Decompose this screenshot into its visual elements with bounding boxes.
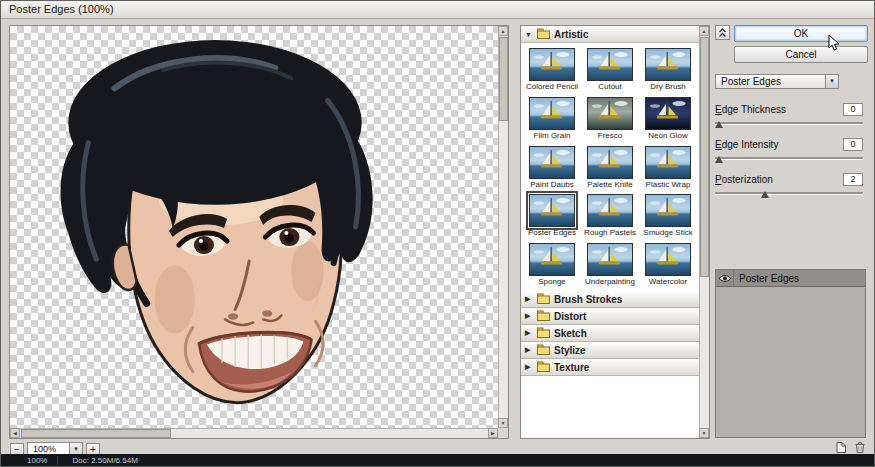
filter-thumbnail-image (645, 194, 691, 227)
filter-thumbnail-label: Palette Knife (587, 181, 632, 190)
filter-category-list: ▼ Artistic Colored Pencil (521, 26, 699, 438)
effect-layer-row[interactable]: Poster Edges (716, 270, 865, 287)
edge-intensity-value[interactable]: 0 (843, 138, 863, 151)
delete-effect-layer-icon[interactable] (854, 441, 866, 454)
edge-intensity-slider-row: Edge Intensity 0 (715, 138, 863, 164)
filter-category-header[interactable]: ▶ Distort (521, 308, 699, 325)
sailboat-graphic (646, 147, 690, 178)
filter-thumbnail-image (529, 194, 575, 227)
triangle-icon: ▶ (525, 329, 533, 337)
slider-thumb[interactable] (761, 191, 769, 198)
effect-layer-actions (834, 440, 866, 454)
sailboat-graphic (646, 98, 690, 129)
scroll-down-icon[interactable]: ▼ (699, 428, 709, 438)
status-doc-size: Doc: 2.50M/6.54M (72, 456, 137, 465)
filter-thumbnail[interactable]: Film Grain (523, 96, 581, 142)
chevron-down-icon[interactable]: ▼ (825, 75, 838, 88)
filter-thumbnail-label: Plastic Wrap (646, 181, 691, 190)
posterization-track[interactable] (715, 188, 863, 199)
filter-thumbnail-label: Paint Daubs (530, 181, 574, 190)
folder-icon (537, 327, 550, 340)
sailboat-graphic (588, 98, 632, 129)
filter-thumbnail[interactable]: Paint Daubs (523, 145, 581, 191)
filter-select[interactable]: Poster Edges ▼ (715, 74, 839, 89)
filter-thumbnail[interactable]: Cutout (581, 47, 639, 93)
slider-thumb[interactable] (715, 121, 723, 128)
filter-list-scrollbar[interactable]: ▲ ▼ (699, 26, 709, 438)
posterization-label: Posterization (715, 174, 773, 185)
filter-thumbnail[interactable]: Neon Glow (639, 96, 697, 142)
filter-thumbnail-label: Film Grain (534, 132, 571, 141)
filter-thumbnail[interactable]: Fresco (581, 96, 639, 142)
slider-thumb[interactable] (715, 156, 723, 163)
filter-thumbnail[interactable]: Rough Pastels (581, 193, 639, 239)
filter-browser-panel: ▼ Artistic Colored Pencil (520, 25, 710, 439)
filter-thumbnail[interactable]: Palette Knife (581, 145, 639, 191)
preview-face-image (22, 30, 404, 432)
edge-intensity-track[interactable] (715, 153, 863, 164)
scroll-up-icon[interactable]: ▲ (699, 26, 709, 36)
status-zoom: 100% (27, 456, 58, 465)
dialog-title: Poster Edges (100%) (9, 3, 114, 15)
filter-thumbnail-label: Underpainting (585, 278, 635, 287)
folder-icon (537, 293, 550, 306)
effect-layer-name: Poster Edges (734, 273, 799, 284)
scrollbar-thumb[interactable] (499, 37, 508, 121)
filter-thumbnail[interactable]: Poster Edges (523, 193, 581, 239)
sailboat-graphic (530, 244, 574, 275)
filter-thumbnail[interactable]: Colored Pencil (523, 47, 581, 93)
filter-category-header[interactable]: ▶ Sketch (521, 325, 699, 342)
triangle-icon: ▼ (525, 31, 533, 38)
filter-thumbnail-image (645, 243, 691, 276)
filter-thumbnail-image (645, 146, 691, 179)
preview-horizontal-scrollbar[interactable]: ◀ ▶ (10, 428, 498, 438)
sailboat-graphic (588, 49, 632, 80)
filter-thumbnail-image (587, 243, 633, 276)
filter-category-header[interactable]: ▶ Texture (521, 359, 699, 376)
double-chevron-up-icon (718, 27, 727, 38)
scrollbar-thumb[interactable] (21, 429, 171, 438)
edge-thickness-value[interactable]: 0 (843, 103, 863, 116)
scroll-up-icon[interactable]: ▲ (498, 26, 508, 36)
dialog-titlebar[interactable]: Poster Edges (100%) (1, 1, 874, 19)
collapse-panel-button[interactable] (715, 25, 730, 40)
filter-thumbnail-label: Rough Pastels (584, 229, 636, 238)
filter-thumbnail[interactable]: Sponge (523, 242, 581, 288)
filter-thumbnail-label: Cutout (598, 83, 622, 92)
scroll-left-icon[interactable]: ◀ (10, 428, 20, 438)
filter-thumbnail[interactable]: Dry Brush (639, 47, 697, 93)
filter-category-header[interactable]: ▶ Stylize (521, 342, 699, 359)
preview-vertical-scrollbar[interactable]: ▲ ▼ (498, 26, 508, 428)
scroll-right-icon[interactable]: ▶ (488, 428, 498, 438)
posterization-value[interactable]: 2 (843, 173, 863, 186)
filter-thumbnail[interactable]: Watercolor (639, 242, 697, 288)
filter-category-label: Sketch (554, 328, 587, 339)
filter-thumbnail-image (529, 146, 575, 179)
visibility-toggle[interactable] (716, 270, 734, 286)
scrollbar-corner (498, 428, 508, 438)
filter-category-header[interactable]: ▼ Artistic (521, 26, 699, 43)
filter-thumbnail-label: Smudge Stick (643, 229, 692, 238)
new-effect-layer-icon[interactable] (834, 441, 847, 454)
cancel-button[interactable]: Cancel (734, 46, 868, 63)
filter-thumbnail-image (645, 97, 691, 130)
folder-icon (537, 361, 550, 374)
edge-thickness-track[interactable] (715, 118, 863, 129)
scrollbar-thumb[interactable] (700, 37, 709, 277)
filter-thumbnail[interactable]: Underpainting (581, 242, 639, 288)
triangle-icon: ▶ (525, 363, 533, 371)
ok-button[interactable]: OK (734, 25, 868, 42)
triangle-icon: ▶ (525, 346, 533, 354)
sailboat-graphic (530, 98, 574, 129)
sailboat-graphic (646, 49, 690, 80)
preview-canvas[interactable]: ▲ ▼ ◀ ▶ (9, 25, 509, 439)
edge-thickness-slider-row: Edge Thickness 0 (715, 103, 863, 129)
scroll-down-icon[interactable]: ▼ (498, 418, 508, 428)
filter-category-header[interactable]: ▶ Brush Strokes (521, 291, 699, 308)
folder-icon (537, 344, 550, 357)
filter-thumbnail-label: Neon Glow (648, 132, 688, 141)
filter-thumbnail[interactable]: Smudge Stick (639, 193, 697, 239)
filter-thumbnail-label: Sponge (538, 278, 566, 287)
filter-thumbnail[interactable]: Plastic Wrap (639, 145, 697, 191)
filter-thumbnail-label: Fresco (598, 132, 622, 141)
